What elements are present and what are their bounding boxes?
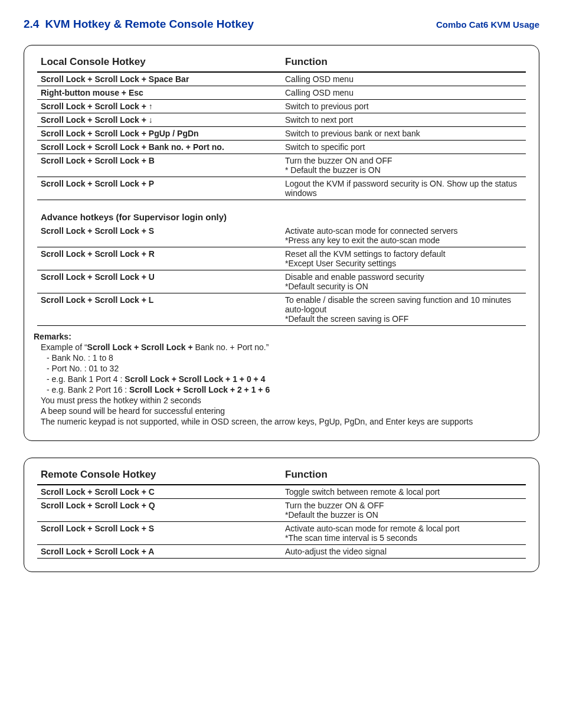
local-function: Switch to previous port [282, 100, 526, 113]
local-hotkey-table: Local Console Hotkey Function Scroll Loc… [37, 54, 526, 200]
table-row: Scroll Lock + Scroll Lock + SActivate au… [37, 522, 526, 545]
advance-function: Activate auto-scan mode for connected se… [282, 224, 526, 247]
table-row: Scroll Lock + Scroll Lock + SActivate au… [37, 224, 526, 247]
advance-function: To enable / disable the screen saving fu… [282, 293, 526, 326]
remote-col1-header: Remote Console Hotkey [37, 466, 282, 485]
table-row: Scroll Lock + Scroll Lock + BTurn the bu… [37, 154, 526, 177]
local-function: Calling OSD menu [282, 72, 526, 86]
table-row: Scroll Lock + Scroll Lock + UDisable and… [37, 270, 526, 293]
table-row: Scroll Lock + Scroll Lock + ↓Switch to n… [37, 113, 526, 127]
section-number: 2.4 [24, 18, 39, 31]
table-row: Scroll Lock + Scroll Lock + PLogout the … [37, 177, 526, 200]
local-function: Switch to next port [282, 113, 526, 127]
remarks-block: Remarks: Example of “Scroll Lock + Scrol… [37, 332, 526, 426]
local-hotkey: Scroll Lock + Scroll Lock + ↓ [37, 113, 282, 127]
advance-hotkey: Scroll Lock + Scroll Lock + R [37, 247, 282, 270]
local-function: Switch to previous bank or next bank [282, 127, 526, 141]
advance-function: Reset all the KVM settings to factory de… [282, 247, 526, 270]
remarks-beep: A beep sound will be heard for successfu… [41, 406, 526, 416]
remote-col2-header: Function [282, 466, 526, 485]
page-header: 2.4 KVM Hotkey & Remote Console Hotkey C… [24, 18, 539, 31]
local-hotkey: Scroll Lock + Scroll Lock + Bank no. + P… [37, 141, 282, 154]
remote-function: Turn the buzzer ON & OFF *Default the bu… [282, 499, 526, 522]
remote-function: Auto-adjust the video signal [282, 545, 526, 559]
local-hotkey: Scroll Lock + Scroll Lock + ↑ [37, 100, 282, 113]
remarks-keypad: The numeric keypad is not supported, whi… [41, 417, 526, 426]
remarks-port: - Port No. : 01 to 32 [54, 364, 526, 373]
table-row: Right-button mouse + EscCalling OSD menu [37, 86, 526, 100]
remote-function: Activate auto-scan mode for remote & loc… [282, 522, 526, 545]
table-row: Scroll Lock + Scroll Lock + QTurn the bu… [37, 499, 526, 522]
table-row: Scroll Lock + Scroll Lock + PgUp / PgDnS… [37, 127, 526, 141]
local-function: Calling OSD menu [282, 86, 526, 100]
remote-hotkey-box: Remote Console Hotkey Function Scroll Lo… [24, 458, 539, 572]
remarks-title: Remarks: [34, 332, 526, 341]
table-row: Scroll Lock + Scroll Lock + AAuto-adjust… [37, 545, 526, 559]
table-row: Scroll Lock + Scroll Lock + Space BarCal… [37, 72, 526, 86]
remarks-example: Example of “Scroll Lock + Scroll Lock + … [41, 342, 526, 352]
advance-hotkey: Scroll Lock + Scroll Lock + U [37, 270, 282, 293]
table-row: Scroll Lock + Scroll Lock + Bank no. + P… [37, 141, 526, 154]
remote-hotkey: Scroll Lock + Scroll Lock + S [37, 522, 282, 545]
remarks-eg2: - e.g. Bank 2 Port 16 : Scroll Lock + Sc… [54, 385, 526, 394]
local-col1-header: Local Console Hotkey [37, 54, 282, 72]
local-hotkey: Right-button mouse + Esc [37, 86, 282, 100]
local-hotkey-box: Local Console Hotkey Function Scroll Loc… [24, 45, 539, 441]
local-function: Logout the KVM if password security is O… [282, 177, 526, 200]
advance-hotkey: Scroll Lock + Scroll Lock + L [37, 293, 282, 326]
table-row: Scroll Lock + Scroll Lock + ↑Switch to p… [37, 100, 526, 113]
local-col2-header: Function [282, 54, 526, 72]
remarks-bank: - Bank No. : 1 to 8 [54, 353, 526, 363]
advance-hotkey-table: Scroll Lock + Scroll Lock + SActivate au… [37, 224, 526, 326]
table-row: Scroll Lock + Scroll Lock + RReset all t… [37, 247, 526, 270]
remarks-eg1: - e.g. Bank 1 Port 4 : Scroll Lock + Scr… [54, 374, 526, 384]
remote-hotkey-table: Remote Console Hotkey Function Scroll Lo… [37, 466, 526, 559]
local-hotkey: Scroll Lock + Scroll Lock + P [37, 177, 282, 200]
local-hotkey: Scroll Lock + Scroll Lock + B [37, 154, 282, 177]
remote-hotkey: Scroll Lock + Scroll Lock + Q [37, 499, 282, 522]
remote-hotkey: Scroll Lock + Scroll Lock + A [37, 545, 282, 559]
advance-function: Disable and enable password security *De… [282, 270, 526, 293]
local-hotkey: Scroll Lock + Scroll Lock + PgUp / PgDn [37, 127, 282, 141]
local-hotkey: Scroll Lock + Scroll Lock + Space Bar [37, 72, 282, 86]
remote-hotkey: Scroll Lock + Scroll Lock + C [37, 485, 282, 499]
section-title: KVM Hotkey & Remote Console Hotkey [45, 18, 436, 31]
usage-label: Combo Cat6 KVM Usage [436, 19, 539, 30]
advance-hotkeys-title: Advance hotkeys (for Supervisor login on… [41, 212, 522, 222]
table-row: Scroll Lock + Scroll Lock + CToggle swit… [37, 485, 526, 499]
local-function: Switch to specific port [282, 141, 526, 154]
advance-hotkey: Scroll Lock + Scroll Lock + S [37, 224, 282, 247]
remote-function: Toggle switch between remote & local por… [282, 485, 526, 499]
local-function: Turn the buzzer ON and OFF * Default the… [282, 154, 526, 177]
table-row: Scroll Lock + Scroll Lock + LTo enable /… [37, 293, 526, 326]
remarks-within: You must press the hotkey within 2 secon… [41, 396, 526, 405]
